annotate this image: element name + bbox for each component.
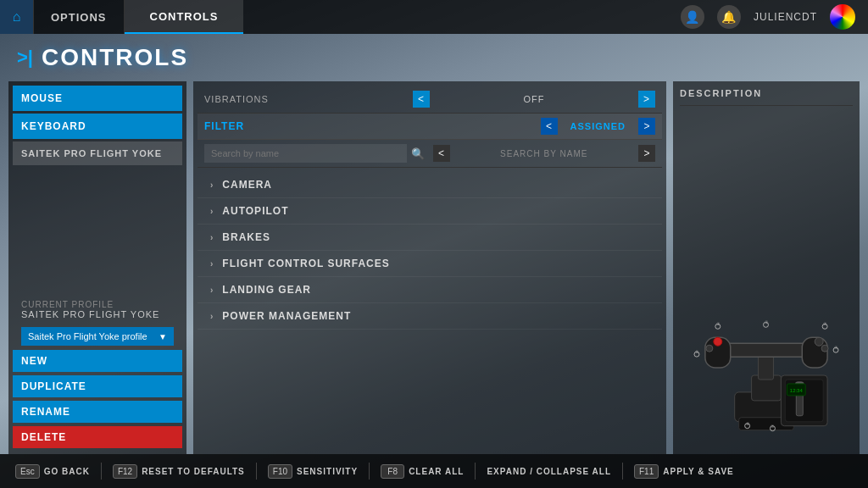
divider-4 xyxy=(475,463,476,480)
category-name: POWER MANAGEMENT xyxy=(222,310,351,322)
options-label: OPTIONS xyxy=(51,11,107,24)
clear-key: F8 xyxy=(381,464,404,479)
chevron-down-icon: › xyxy=(210,207,214,216)
mouse-button[interactable]: MOUSE xyxy=(13,86,182,111)
list-item[interactable]: ›CAMERA xyxy=(198,172,662,198)
apply-save-action[interactable]: F11 APPLY & SAVE xyxy=(627,464,741,479)
search-icon: 🔍 xyxy=(411,147,425,160)
expand-collapse-action[interactable]: EXPAND / COLLAPSE ALL xyxy=(480,467,618,476)
list-item[interactable]: ›AUTOPILOT xyxy=(198,198,662,225)
controls-label: CONTROLS xyxy=(150,10,219,23)
filter-label: FILTER xyxy=(204,120,541,132)
user-profile-icon[interactable]: 👤 xyxy=(681,5,704,29)
category-name: CAMERA xyxy=(222,179,272,191)
chevron-down-icon: › xyxy=(210,286,214,295)
filter-value: ASSIGNED xyxy=(558,119,638,133)
dropdown-chevron-icon: ▼ xyxy=(159,332,167,341)
apply-label: APPLY & SAVE xyxy=(663,467,734,476)
home-button[interactable]: ⌂ xyxy=(0,0,34,34)
search-row: 🔍 < SEARCH BY NAME > xyxy=(198,140,662,168)
page-title: CONTROLS xyxy=(42,44,188,71)
chevron-down-icon: › xyxy=(210,259,214,269)
filter-next-button[interactable]: > xyxy=(638,118,655,135)
vibrations-prev-button[interactable]: < xyxy=(413,91,430,108)
bell-icon: 🔔 xyxy=(721,10,736,24)
top-bar-right-section: 👤 🔔 JULIENCDT xyxy=(681,4,868,30)
list-item[interactable]: ›FLIGHT CONTROL SURFACES xyxy=(198,251,662,277)
chevron-down-icon: › xyxy=(210,233,214,242)
svg-text:12:34: 12:34 xyxy=(790,388,804,393)
top-navigation-bar: ⌂ OPTIONS CONTROLS 👤 🔔 JULIENCDT xyxy=(0,0,868,34)
category-name: BRAKES xyxy=(222,231,270,243)
sensitivity-key: F10 xyxy=(268,464,292,479)
reset-label: RESET TO DEFAULTS xyxy=(142,467,245,476)
device-image-area: 12:34 ① ② ③ ④ ⑤ ⑥ ⑦ xyxy=(680,113,853,447)
yoke-illustration: 12:34 ① ② ③ ④ ⑤ ⑥ ⑦ xyxy=(688,316,844,439)
content-columns: MOUSE KEYBOARD SAITEK PRO FLIGHT YOKE CU… xyxy=(0,81,868,454)
profile-dropdown-value: Saitek Pro Flight Yoke profile xyxy=(28,331,159,341)
saitek-button[interactable]: SAITEK PRO FLIGHT YOKE xyxy=(13,141,182,165)
current-profile-name: SAITEK PRO FLIGHT YOKE xyxy=(13,309,182,324)
current-profile-heading: CURRENT PROFILE xyxy=(13,293,182,309)
device-sidebar: MOUSE KEYBOARD SAITEK PRO FLIGHT YOKE CU… xyxy=(8,81,186,454)
list-item[interactable]: ›BRAKES xyxy=(198,225,662,251)
svg-point-11 xyxy=(706,345,713,352)
main-content: >| CONTROLS MOUSE KEYBOARD SAITEK PRO FL… xyxy=(0,34,868,454)
reset-key: F12 xyxy=(113,464,137,479)
search-mode-next-button[interactable]: > xyxy=(638,145,655,162)
filter-row: FILTER < ASSIGNED > xyxy=(198,114,662,140)
category-name: AUTOPILOT xyxy=(222,205,288,217)
chevron-down-icon: › xyxy=(210,180,214,190)
title-icon: >| xyxy=(17,47,33,69)
filter-prev-button[interactable]: < xyxy=(541,118,558,135)
search-mode-prev-button[interactable]: < xyxy=(433,145,450,162)
chevron-down-icon: › xyxy=(210,312,214,321)
category-name: FLIGHT CONTROL SURFACES xyxy=(222,258,389,269)
delete-profile-button[interactable]: DELETE xyxy=(13,426,182,448)
bottom-action-bar: Esc GO BACK F12 RESET TO DEFAULTS F10 SE… xyxy=(0,454,868,488)
divider-3 xyxy=(369,463,370,480)
page-title-bar: >| CONTROLS xyxy=(0,34,868,81)
avatar[interactable] xyxy=(830,4,855,30)
notification-icon[interactable]: 🔔 xyxy=(717,5,741,29)
controls-list-panel: VIBRATIONS < OFF > FILTER < ASSIGNED > 🔍… xyxy=(193,81,666,454)
go-back-action[interactable]: Esc GO BACK xyxy=(8,464,97,479)
new-profile-button[interactable]: NEW xyxy=(13,350,182,372)
vibrations-next-button[interactable]: > xyxy=(638,91,655,108)
clear-label: CLEAR ALL xyxy=(409,467,464,476)
profile-dropdown-container: Saitek Pro Flight Yoke profile ▼ xyxy=(13,327,182,346)
sidebar-spacer xyxy=(13,168,182,293)
search-by-name-label: SEARCH BY NAME xyxy=(450,149,639,158)
sensitivity-action[interactable]: F10 SENSITIVITY xyxy=(261,464,364,479)
reset-defaults-action[interactable]: F12 RESET TO DEFAULTS xyxy=(106,464,252,479)
svg-point-14 xyxy=(821,345,828,352)
go-back-key: Esc xyxy=(15,464,40,479)
clear-all-action[interactable]: F8 CLEAR ALL xyxy=(374,464,470,479)
expand-label: EXPAND / COLLAPSE ALL xyxy=(487,467,611,476)
divider-1 xyxy=(101,463,102,480)
vibrations-row: VIBRATIONS < OFF > xyxy=(198,86,662,114)
svg-point-10 xyxy=(714,337,722,346)
profile-dropdown[interactable]: Saitek Pro Flight Yoke profile ▼ xyxy=(21,327,174,346)
divider-2 xyxy=(256,463,257,480)
category-list: ›CAMERA›AUTOPILOT›BRAKES›FLIGHT CONTROL … xyxy=(198,168,662,450)
controls-nav-item[interactable]: CONTROLS xyxy=(125,0,244,34)
duplicate-profile-button[interactable]: DUPLICATE xyxy=(13,375,182,397)
go-back-label: GO BACK xyxy=(44,467,90,476)
keyboard-button[interactable]: KEYBOARD xyxy=(13,114,182,139)
home-icon: ⌂ xyxy=(13,9,21,25)
description-panel: DESCRIPTION xyxy=(673,81,860,454)
rename-profile-button[interactable]: RENAME xyxy=(13,401,182,423)
description-title: DESCRIPTION xyxy=(680,88,853,106)
svg-point-13 xyxy=(815,337,823,346)
list-item[interactable]: ›LANDING GEAR xyxy=(198,277,662,303)
sensitivity-label: SENSITIVITY xyxy=(297,467,358,476)
options-nav-item[interactable]: OPTIONS xyxy=(34,0,125,34)
apply-key: F11 xyxy=(634,464,659,479)
list-item[interactable]: ›POWER MANAGEMENT xyxy=(198,303,662,330)
username-label: JULIENCDT xyxy=(754,11,817,23)
search-input[interactable] xyxy=(204,144,407,163)
divider-5 xyxy=(622,463,623,480)
category-name: LANDING GEAR xyxy=(222,284,311,296)
vibrations-label: VIBRATIONS xyxy=(204,94,413,104)
